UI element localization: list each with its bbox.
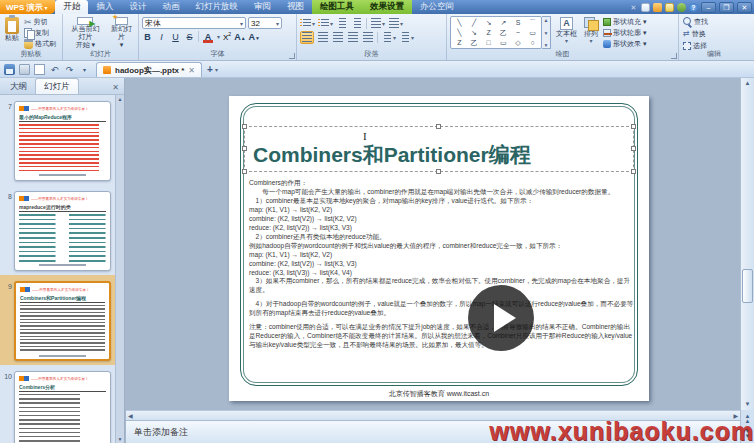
slide-thumbnail-10[interactable]: ——中国最早的人才实力培训专家！ Combiners分析	[14, 371, 111, 443]
close-panel-icon[interactable]: ✕	[112, 83, 122, 94]
more-shapes-icon[interactable]: ▼	[544, 42, 549, 48]
scroll-left-icon[interactable]: ◀	[128, 412, 133, 419]
account-icon[interactable]	[677, 3, 686, 12]
slide-title[interactable]: Combiners和Partitioner编程	[253, 141, 531, 169]
restore-button[interactable]: ❐	[719, 2, 734, 13]
format-painter-button[interactable]: 格式刷	[23, 38, 57, 49]
new-document-tab-button[interactable]: + ▾	[207, 64, 218, 77]
shape-icon[interactable]: ◇	[515, 39, 520, 46]
copy-button[interactable]: 复制	[23, 27, 57, 38]
font-family-select[interactable]: 宋体 ▾	[142, 17, 246, 29]
shape-icon[interactable]: S	[516, 19, 521, 26]
cut-button[interactable]: ✂ 剪切	[23, 16, 57, 27]
distribute-button[interactable]	[362, 32, 374, 43]
slide-thumbnail-7[interactable]: ——中国最早的人才实力培训专家！ 最小的MapReduce程序	[14, 101, 111, 181]
scroll-track[interactable]	[741, 89, 754, 399]
shape-icon[interactable]: ╱	[472, 19, 476, 26]
bullets-button[interactable]: ▾	[300, 18, 315, 29]
strikethrough-button[interactable]: S	[184, 32, 195, 42]
print-icon[interactable]	[19, 64, 30, 75]
shape-fill-button[interactable]: 形状填充 ▾	[603, 17, 646, 27]
shape-icon[interactable]: ↗	[500, 19, 506, 26]
slide-editor[interactable]: I Combiners和Partitioner编程 Combiners的作用： …	[229, 96, 649, 401]
new-slide-button[interactable]: 新幻灯片 ▾	[108, 16, 135, 50]
shape-icon[interactable]: Z	[457, 39, 461, 46]
app-menu-button[interactable]: WPS 演示 ▾	[0, 0, 55, 14]
columns-button[interactable]: ▾	[399, 32, 414, 43]
selection-handle[interactable]	[436, 169, 441, 174]
align-center-button[interactable]	[317, 32, 329, 43]
justify-button[interactable]	[347, 32, 359, 43]
scroll-up-icon[interactable]: ▲	[742, 78, 754, 89]
print-preview-icon[interactable]	[34, 64, 45, 75]
ribbon-tab[interactable]: 插入	[88, 0, 121, 14]
ribbon-tab[interactable]: 审阅	[246, 0, 279, 14]
shape-outline-button[interactable]: 形状轮廓 ▾	[603, 28, 646, 38]
tab-workspace[interactable]: 办公空间	[412, 0, 462, 14]
up-arrow-icon[interactable]: ▲	[118, 96, 123, 102]
shrink-font-button[interactable]: A▼	[249, 32, 260, 42]
tab-outline[interactable]: 大纲	[2, 79, 35, 94]
font-color-button[interactable]: A	[202, 32, 214, 42]
slide-body-text[interactable]: Combiners的作用： 每一个map可能会产生大量的输出，combiner的…	[249, 179, 634, 350]
save-icon[interactable]	[4, 64, 15, 75]
align-left-button[interactable]	[300, 31, 314, 44]
shape-effects-button[interactable]: 形状效果 ▾	[603, 39, 646, 49]
superscript-button[interactable]: X2	[223, 31, 231, 42]
slide-thumbnail-8[interactable]: ——中国最早的人才实力培训专家！ mapreduce运行时的类	[14, 191, 111, 271]
close-button[interactable]: ✕	[737, 2, 752, 13]
scroll-thumb[interactable]	[742, 269, 753, 303]
slide-canvas[interactable]: I Combiners和Partitioner编程 Combiners的作用： …	[126, 78, 740, 410]
font-dialog-launcher[interactable]	[289, 53, 295, 59]
paste-button[interactable]: 粘贴	[3, 16, 21, 50]
chevron-down-icon[interactable]: ▾	[217, 33, 220, 40]
selection-handle[interactable]	[242, 169, 247, 174]
ribbon-tab[interactable]: 设计	[121, 0, 154, 14]
scroll-down-icon[interactable]: ▼	[742, 399, 754, 410]
redo-icon[interactable]: ↷	[64, 64, 75, 75]
numbering-button[interactable]: ▾	[318, 18, 333, 29]
bold-button[interactable]: B	[142, 32, 153, 42]
shape-icon[interactable]: ╲	[457, 19, 461, 26]
minimize-button[interactable]: –	[701, 2, 716, 13]
selection-handle[interactable]	[242, 124, 247, 129]
slide-thumbnail-9[interactable]: ——中国最早的人才实力培训专家！ Combiners和Partitioner编程	[14, 281, 111, 361]
shape-icon[interactable]: ╲	[457, 29, 461, 36]
title-textbox-selected[interactable]: I Combiners和Partitioner编程	[244, 126, 634, 172]
shape-icon[interactable]: ○	[531, 39, 535, 46]
close-document-icon[interactable]: ✕	[629, 3, 638, 12]
shape-icon[interactable]: Z	[487, 29, 491, 36]
shape-icon[interactable]: ↘	[471, 29, 477, 36]
video-play-button[interactable]	[468, 285, 534, 351]
shape-icon[interactable]: ▭	[500, 39, 507, 46]
tab-drawing-tools[interactable]: 绘图工具	[312, 0, 362, 14]
shape-icon[interactable]: ↘	[486, 19, 492, 26]
shape-icon[interactable]: ▭	[529, 29, 536, 36]
shape-icon[interactable]: ~	[516, 29, 520, 36]
ribbon-tab[interactable]: 动画	[154, 0, 187, 14]
shape-icon[interactable]: 乙	[470, 39, 477, 46]
decrease-indent-button[interactable]	[336, 18, 348, 29]
close-icon[interactable]: ✕	[188, 66, 195, 75]
vertical-scrollbar[interactable]: ▲ ▼	[740, 78, 754, 410]
up-arrow-icon[interactable]: ▲	[544, 17, 549, 23]
align-text-button[interactable]: ▾	[388, 18, 403, 29]
mail-icon[interactable]	[665, 3, 674, 12]
italic-button[interactable]: I	[156, 32, 167, 42]
underline-button[interactable]: U	[170, 32, 181, 42]
skin-icon[interactable]	[641, 3, 650, 12]
shape-gallery-scroll[interactable]: ▲ ▼ ▼	[542, 16, 551, 49]
tab-slides[interactable]: 幻灯片	[35, 78, 79, 94]
selection-handle[interactable]	[242, 146, 247, 151]
tab-effect-settings[interactable]: 效果设置	[362, 0, 412, 14]
ribbon-tab[interactable]: 开始	[55, 0, 88, 14]
down-arrow-icon[interactable]: ▼	[544, 30, 549, 36]
textbox-button[interactable]: A 文本框 ▾	[554, 16, 579, 50]
shape-icon[interactable]: ⌒	[529, 19, 536, 26]
sidebar-scrollbar[interactable]: ▲ ▼	[115, 95, 124, 443]
grow-font-button[interactable]: A▲	[234, 32, 245, 42]
selection-handle[interactable]	[631, 124, 636, 129]
home-icon[interactable]	[653, 3, 662, 12]
shape-icon[interactable]: □	[487, 39, 491, 46]
down-arrow-icon[interactable]: ▼	[118, 436, 123, 442]
